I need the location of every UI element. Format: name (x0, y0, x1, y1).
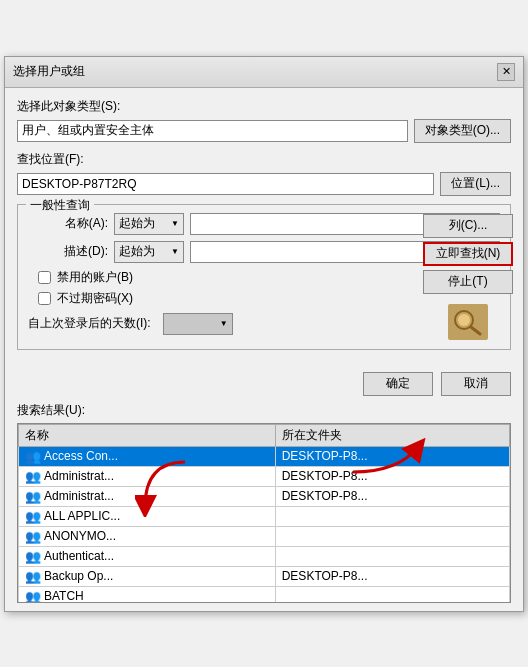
row-name-cell: 👥Administrat... (19, 466, 276, 486)
col-folder-header: 所在文件夹 (275, 424, 509, 446)
column-button[interactable]: 列(C)... (423, 214, 513, 238)
row-folder-cell: DESKTOP-P8... (275, 466, 509, 486)
row-icon: 👥 (25, 549, 41, 564)
col-name-header: 名称 (19, 424, 276, 446)
table-row[interactable]: 👥BATCH (19, 586, 510, 603)
row-folder-cell (275, 546, 509, 566)
object-type-label: 选择此对象类型(S): (17, 98, 511, 115)
name-dropdown-value: 起始为 (119, 215, 155, 232)
object-type-button[interactable]: 对象类型(O)... (414, 119, 511, 143)
close-button[interactable]: ✕ (497, 63, 515, 81)
desc-dropdown[interactable]: 起始为 ▼ (114, 241, 184, 263)
table-row[interactable]: 👥Administrat...DESKTOP-P8... (19, 486, 510, 506)
row-icon: 👥 (25, 529, 41, 544)
days-dropdown-arrow: ▼ (220, 319, 228, 328)
row-name-cell: 👥Authenticat... (19, 546, 276, 566)
row-icon: 👥 (25, 489, 41, 504)
desc-dropdown-value: 起始为 (119, 243, 155, 260)
title-bar: 选择用户或组 ✕ (5, 57, 523, 88)
right-buttons: 列(C)... 立即查找(N) 停止(T) (423, 214, 513, 340)
results-table-wrapper[interactable]: 名称 所在文件夹 👥Access Con...DESKTOP-P8...👥Adm… (17, 423, 511, 603)
row-name-cell: 👥ALL APPLIC... (19, 506, 276, 526)
row-name-cell: 👥Backup Op... (19, 566, 276, 586)
search-icon (448, 304, 488, 340)
svg-point-2 (458, 314, 470, 326)
row-name-cell: 👥BATCH (19, 586, 276, 603)
location-input[interactable] (17, 173, 434, 195)
row-icon: 👥 (25, 449, 41, 464)
dialog-title: 选择用户或组 (13, 63, 85, 80)
row-folder-cell: DESKTOP-P8... (275, 446, 509, 466)
row-folder-cell (275, 586, 509, 603)
search-now-button[interactable]: 立即查找(N) (423, 242, 513, 266)
disabled-accounts-checkbox[interactable] (38, 271, 51, 284)
name-dropdown-arrow: ▼ (171, 219, 179, 228)
ok-cancel-row: 确定 取消 (17, 372, 511, 396)
table-row[interactable]: 👥Access Con...DESKTOP-P8... (19, 446, 510, 466)
row-icon: 👥 (25, 509, 41, 524)
select-user-group-dialog: 选择用户或组 ✕ 选择此对象类型(S): 对象类型(O)... 查找位置(F):… (4, 56, 524, 612)
days-dropdown[interactable]: ▼ (163, 313, 233, 335)
table-row[interactable]: 👥ALL APPLIC... (19, 506, 510, 526)
general-query-title: 一般性查询 (26, 197, 94, 214)
object-type-row: 对象类型(O)... (17, 119, 511, 143)
row-folder-cell: DESKTOP-P8... (275, 486, 509, 506)
ok-button[interactable]: 确定 (363, 372, 433, 396)
table-row[interactable]: 👥Backup Op...DESKTOP-P8... (19, 566, 510, 586)
search-svg (452, 308, 484, 336)
row-folder-cell (275, 526, 509, 546)
svg-line-1 (471, 327, 480, 334)
location-button[interactable]: 位置(L)... (440, 172, 511, 196)
desc-label: 描述(D): (28, 243, 108, 260)
row-icon: 👥 (25, 569, 41, 584)
non-expiry-checkbox[interactable] (38, 292, 51, 305)
row-folder-cell: DESKTOP-P8... (275, 566, 509, 586)
row-name-cell: 👥Administrat... (19, 486, 276, 506)
row-folder-cell (275, 506, 509, 526)
row-icon: 👥 (25, 469, 41, 484)
dialog-body: 选择此对象类型(S): 对象类型(O)... 查找位置(F): 位置(L)...… (5, 88, 523, 368)
row-icon: 👥 (25, 589, 41, 603)
non-expiry-label: 不过期密码(X) (57, 290, 133, 307)
row-name-cell: 👥Access Con... (19, 446, 276, 466)
cancel-button[interactable]: 取消 (441, 372, 511, 396)
table-row[interactable]: 👥ANONYMO... (19, 526, 510, 546)
search-results-label: 搜索结果(U): (17, 402, 511, 419)
location-row: 位置(L)... (17, 172, 511, 196)
days-label: 自上次登录后的天数(I): (28, 315, 151, 332)
location-label: 查找位置(F): (17, 151, 511, 168)
disabled-accounts-label: 禁用的账户(B) (57, 269, 133, 286)
table-row[interactable]: 👥Administrat...DESKTOP-P8... (19, 466, 510, 486)
stop-button[interactable]: 停止(T) (423, 270, 513, 294)
results-table: 名称 所在文件夹 👥Access Con...DESKTOP-P8...👥Adm… (18, 424, 510, 603)
desc-dropdown-arrow: ▼ (171, 247, 179, 256)
name-dropdown[interactable]: 起始为 ▼ (114, 213, 184, 235)
table-row[interactable]: 👥Authenticat... (19, 546, 510, 566)
name-label: 名称(A): (28, 215, 108, 232)
row-name-cell: 👥ANONYMO... (19, 526, 276, 546)
bottom-section: 确定 取消 搜索结果(U): 名称 所在文件夹 👥Access Con...DE… (5, 368, 523, 611)
object-type-input[interactable] (17, 120, 408, 142)
search-icon-container (423, 304, 513, 340)
general-query-section: 一般性查询 名称(A): 起始为 ▼ 描述(D): 起始为 ▼ (17, 204, 511, 350)
